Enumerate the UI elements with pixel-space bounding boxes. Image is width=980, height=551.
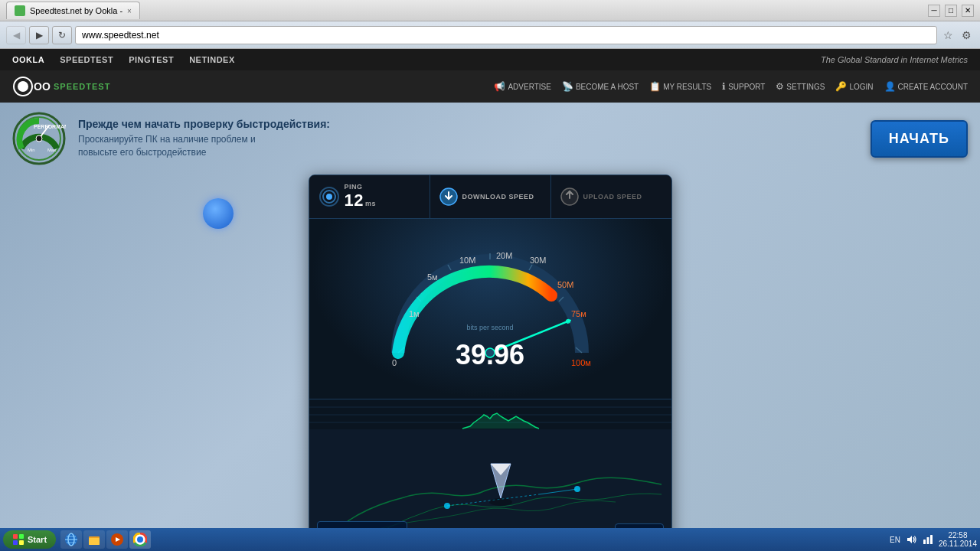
taskbar-chrome-icon[interactable] <box>129 530 151 549</box>
svg-text:0: 0 <box>392 358 397 367</box>
taskbar-ie-icon[interactable] <box>60 530 82 549</box>
svg-point-1 <box>18 81 28 92</box>
site-tagline: The Global Standard in Internet Metrics <box>821 55 968 64</box>
promo-banner: Min Max PERFORMANCE Прежде чем начать пр… <box>12 112 968 165</box>
cursor-indicator <box>203 198 234 229</box>
start-button[interactable]: НАЧАТЬ <box>871 120 968 158</box>
gauge-svg: 0 1м 5м 10M 20M 30M 50M 75м 100м bits pe… <box>375 234 605 380</box>
svg-text:5м: 5м <box>427 272 438 282</box>
header-nav: 📢 ADVERTISE 📡 BECOME A HOST 📋 MY RESULTS… <box>494 81 968 92</box>
ie-icon <box>64 533 78 546</box>
windows-logo-icon <box>12 533 24 546</box>
media-player-icon <box>110 533 124 546</box>
close-window-button[interactable]: ✕ <box>962 5 974 17</box>
svg-point-45 <box>574 486 580 492</box>
svg-point-48 <box>489 498 512 506</box>
svg-point-6 <box>36 135 42 142</box>
taskbar-explorer-icon[interactable] <box>83 530 105 549</box>
upload-icon <box>560 187 579 206</box>
taskbar-apps <box>60 530 151 549</box>
ookla-logo-icon: OOKLA <box>12 76 51 97</box>
nav-pingtest[interactable]: PINGTEST <box>129 55 174 64</box>
download-icon <box>439 187 458 206</box>
taskbar-lang: EN <box>890 536 900 544</box>
nav-become-host[interactable]: 📡 BECOME A HOST <box>562 81 639 92</box>
nav-support[interactable]: ℹ SUPPORT <box>722 81 765 92</box>
speedtest-widget: PING 12 ms DOWNLOAD SPEED <box>309 174 672 551</box>
maximize-button[interactable]: □ <box>945 5 957 17</box>
svg-point-44 <box>444 503 450 509</box>
svg-rect-67 <box>930 535 933 544</box>
nav-ookla[interactable]: OOKLA <box>12 55 44 64</box>
svg-text:75м: 75м <box>571 309 586 318</box>
svg-text:50M: 50M <box>557 280 573 289</box>
chrome-icon <box>133 533 147 546</box>
start-button-taskbar[interactable]: Start <box>3 530 56 549</box>
nav-speedtest[interactable]: SPEEDTEST <box>60 55 113 64</box>
svg-text:1м: 1м <box>409 309 420 318</box>
megaphone-icon: 📢 <box>494 81 505 92</box>
nav-settings[interactable]: ⚙ SETTINGS <box>776 81 825 92</box>
nav-my-results[interactable]: 📋 MY RESULTS <box>649 81 711 92</box>
settings-gear-icon: ⚙ <box>776 81 784 92</box>
tab-download[interactable]: DOWNLOAD SPEED <box>430 175 551 218</box>
network-icon[interactable] <box>922 533 934 546</box>
svg-point-64 <box>138 537 142 542</box>
svg-text:39.96: 39.96 <box>456 339 524 370</box>
logo-area: OOKLA SPEEDTEST <box>12 76 110 97</box>
login-key-icon: 🔑 <box>835 81 847 92</box>
minimize-button[interactable]: ─ <box>928 5 940 17</box>
svg-text:30M: 30M <box>530 256 546 265</box>
site-topnav: OOKLA SPEEDTEST PINGTEST NETINDEX The Gl… <box>0 49 980 70</box>
svg-text:Min: Min <box>28 148 35 152</box>
tab-upload[interactable]: UPLOAD SPEED <box>551 175 671 218</box>
graph-svg <box>309 399 671 429</box>
widget-tabs: PING 12 ms DOWNLOAD SPEED <box>309 175 671 219</box>
logo-speedtest: SPEEDTEST <box>54 82 110 91</box>
tab-ping[interactable]: PING 12 ms <box>309 175 430 218</box>
taskbar-right: EN 22:58 26.11.2014 <box>890 531 977 548</box>
promo-body: Просканируйте ПК на наличие проблем и по… <box>78 133 858 159</box>
volume-icon[interactable] <box>905 533 917 546</box>
tools-icon[interactable]: ⚙ <box>959 28 974 43</box>
svg-point-12 <box>326 194 332 200</box>
svg-text:20M: 20M <box>496 251 512 260</box>
taskbar-media-icon[interactable] <box>106 530 128 549</box>
file-explorer-icon <box>87 533 101 546</box>
nav-netindex[interactable]: NETINDEX <box>189 55 235 64</box>
taskbar-clock: 22:58 26.11.2014 <box>939 531 977 548</box>
svg-rect-51 <box>13 540 18 545</box>
address-bar[interactable] <box>75 26 937 44</box>
svg-text:bits per second: bits per second <box>466 324 513 331</box>
svg-rect-66 <box>926 537 929 544</box>
results-icon: 📋 <box>649 81 661 92</box>
svg-text:OOKLA: OOKLA <box>34 80 51 93</box>
promo-text: Прежде чем начать проверку быстродействи… <box>78 118 858 159</box>
nav-advertise[interactable]: 📢 ADVERTISE <box>494 81 551 92</box>
main-content: Min Max PERFORMANCE Прежде чем начать пр… <box>0 103 980 551</box>
tab-title: Speedtest.net by Ookla - <box>30 6 122 15</box>
forward-button[interactable]: ▶ <box>29 26 49 44</box>
nav-login[interactable]: 🔑 LOGIN <box>835 81 873 92</box>
refresh-button[interactable]: ↻ <box>52 26 72 44</box>
site-header: OOKLA SPEEDTEST 📢 ADVERTISE 📡 BECOME A H… <box>0 70 980 103</box>
promo-title: Прежде чем начать проверку быстродействи… <box>78 118 858 130</box>
nav-create-account[interactable]: 👤 CREATE ACCOUNT <box>884 81 969 92</box>
svg-rect-50 <box>19 534 24 539</box>
svg-rect-52 <box>19 540 24 545</box>
svg-rect-49 <box>13 534 18 539</box>
graph-strip <box>309 399 671 429</box>
browser-controls: ◀ ▶ ↻ ☆ ⚙ <box>0 21 980 49</box>
tab-favicon <box>15 5 25 16</box>
browser-tab[interactable]: Speedtest.net by Ookla - × <box>6 2 140 19</box>
back-button[interactable]: ◀ <box>6 26 26 44</box>
tab-close-button[interactable]: × <box>127 7 132 15</box>
svg-text:Max: Max <box>47 148 56 152</box>
bookmark-star-icon[interactable]: ☆ <box>940 28 956 43</box>
browser-titlebar: Speedtest.net by Ookla - × ─ □ ✕ <box>0 0 980 21</box>
speedometer-icon: Min Max PERFORMANCE <box>12 112 66 165</box>
svg-rect-59 <box>89 538 100 545</box>
svg-rect-65 <box>923 540 926 544</box>
svg-text:10M: 10M <box>459 256 475 265</box>
host-icon: 📡 <box>562 81 573 92</box>
